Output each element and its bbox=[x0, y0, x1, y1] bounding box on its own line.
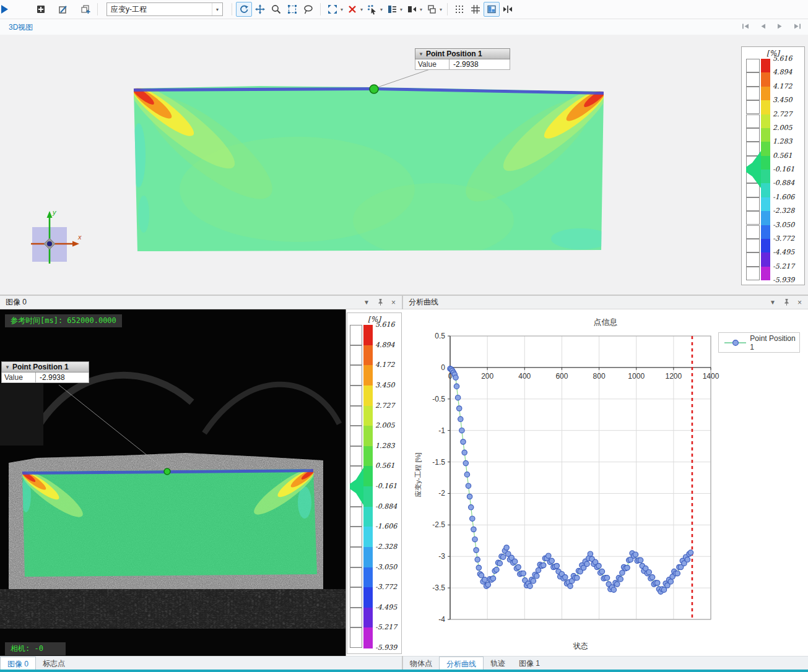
grid-dots-layout-button[interactable] bbox=[451, 2, 467, 17]
data-point[interactable] bbox=[534, 574, 539, 579]
data-point[interactable] bbox=[453, 375, 458, 380]
data-point[interactable] bbox=[588, 551, 593, 556]
delete-caret-icon[interactable]: ▾ bbox=[360, 7, 363, 12]
lasso-select-button[interactable] bbox=[300, 2, 316, 17]
fit-view-button[interactable] bbox=[324, 2, 341, 17]
data-point[interactable] bbox=[675, 571, 680, 576]
tab-3d-view[interactable]: 3D视图 bbox=[4, 21, 38, 34]
tab-image-0[interactable]: 图像 0 bbox=[0, 657, 36, 670]
data-point[interactable] bbox=[688, 550, 693, 555]
data-point[interactable] bbox=[472, 537, 477, 542]
window-arrange-button[interactable] bbox=[424, 2, 440, 17]
color-scale-image[interactable]: [%] 5.6164.8944.1723.4502.7272.0051.2830… bbox=[347, 312, 402, 654]
data-point[interactable] bbox=[649, 575, 654, 580]
data-point[interactable] bbox=[536, 567, 541, 572]
data-point[interactable] bbox=[618, 577, 623, 582]
data-point[interactable] bbox=[685, 557, 690, 562]
data-point[interactable] bbox=[638, 558, 643, 562]
delete-button[interactable] bbox=[344, 2, 360, 17]
panel-close-icon[interactable]: × bbox=[797, 299, 802, 306]
rotate-view-button[interactable] bbox=[236, 2, 252, 17]
data-point[interactable] bbox=[467, 494, 472, 499]
contrast-view-button[interactable] bbox=[404, 2, 420, 17]
data-point[interactable] bbox=[549, 558, 554, 563]
add-element-button[interactable] bbox=[33, 2, 49, 17]
data-point[interactable] bbox=[461, 439, 466, 444]
data-point[interactable] bbox=[470, 516, 475, 521]
panel-pin-icon[interactable] bbox=[377, 298, 384, 307]
panel-dropdown-icon[interactable]: ▼ bbox=[363, 299, 370, 306]
chart-legend[interactable]: Point Position 1 bbox=[718, 332, 800, 353]
zoom-selection-button[interactable] bbox=[284, 2, 300, 17]
zoom-view-button[interactable] bbox=[268, 2, 284, 17]
color-scale-3d[interactable]: [%] 5.6164.8944.1723.4502.7272.0051.2830… bbox=[741, 46, 805, 285]
pan-view-button[interactable] bbox=[252, 2, 268, 17]
data-point[interactable] bbox=[463, 460, 468, 465]
data-point[interactable] bbox=[668, 579, 673, 584]
data-point[interactable] bbox=[596, 563, 601, 568]
select-points-button[interactable] bbox=[364, 2, 380, 17]
data-point[interactable] bbox=[504, 545, 509, 550]
data-point[interactable] bbox=[546, 553, 551, 558]
data-point[interactable] bbox=[471, 527, 476, 532]
collapse-columns-button[interactable] bbox=[500, 2, 516, 17]
previous-stage-button[interactable] bbox=[758, 22, 767, 30]
tab-analysis-curve[interactable]: 分析曲线 bbox=[439, 657, 484, 670]
copy-element-button[interactable] bbox=[77, 2, 93, 17]
grid-lines-layout-button[interactable] bbox=[467, 2, 484, 17]
data-point[interactable] bbox=[625, 565, 630, 570]
data-point[interactable] bbox=[528, 584, 532, 588]
contrast-view-caret-icon[interactable]: ▾ bbox=[420, 7, 422, 12]
data-point[interactable] bbox=[474, 548, 479, 553]
tab-image-1[interactable]: 图像 1 bbox=[512, 657, 547, 670]
split-layout-button[interactable] bbox=[484, 2, 500, 17]
data-point[interactable] bbox=[457, 406, 462, 411]
data-point[interactable] bbox=[501, 554, 506, 559]
data-point[interactable] bbox=[454, 384, 459, 389]
data-point[interactable] bbox=[615, 582, 620, 587]
panel-dropdown-icon[interactable]: ▼ bbox=[770, 299, 776, 306]
fit-view-caret-icon[interactable]: ▾ bbox=[341, 7, 343, 12]
quantity-select[interactable]: 应变y-工程 ▾ bbox=[106, 2, 223, 16]
panel-pin-icon[interactable] bbox=[783, 298, 790, 307]
data-point[interactable] bbox=[554, 563, 559, 568]
data-point[interactable] bbox=[620, 571, 625, 575]
window-arrange-caret-icon[interactable]: ▾ bbox=[440, 7, 442, 12]
data-point[interactable] bbox=[497, 561, 502, 566]
analysis-chart-area[interactable]: 点信息 应变y-工程 [%] 状态 Point Position 1 0.50-… bbox=[403, 309, 808, 656]
data-point[interactable] bbox=[516, 564, 521, 569]
app-menu-arrow-icon[interactable] bbox=[1, 5, 8, 14]
edit-creation-button[interactable] bbox=[55, 2, 71, 17]
data-point[interactable] bbox=[646, 570, 651, 575]
panel-close-icon[interactable]: × bbox=[391, 299, 396, 306]
data-point[interactable] bbox=[584, 561, 589, 566]
3d-viewport[interactable]: y x bbox=[0, 35, 808, 295]
data-point[interactable] bbox=[599, 569, 604, 574]
point-tooltip-3d[interactable]: ▼Point Position 1 Value-2.9938 bbox=[415, 48, 510, 70]
data-point[interactable] bbox=[464, 472, 469, 477]
data-point[interactable] bbox=[575, 575, 580, 580]
first-stage-button[interactable] bbox=[741, 22, 750, 30]
data-point[interactable] bbox=[633, 552, 638, 557]
point-tooltip-image[interactable]: ▼Point Position 1 Value-2.9938 bbox=[1, 361, 89, 383]
data-point[interactable] bbox=[531, 579, 536, 584]
data-point[interactable] bbox=[462, 450, 467, 455]
tab-object-points[interactable]: 物体点 bbox=[403, 657, 439, 670]
measure-point-marker[interactable] bbox=[370, 85, 378, 93]
data-point[interactable] bbox=[568, 584, 573, 588]
panel-layout-button[interactable] bbox=[384, 2, 400, 17]
tab-trajectory[interactable]: 轨迹 bbox=[484, 657, 512, 670]
select-points-caret-icon[interactable]: ▾ bbox=[380, 7, 383, 12]
data-point[interactable] bbox=[485, 582, 490, 587]
data-point[interactable] bbox=[655, 580, 660, 585]
data-point[interactable] bbox=[459, 428, 464, 433]
data-point[interactable] bbox=[604, 575, 609, 580]
data-point[interactable] bbox=[494, 567, 499, 572]
data-point[interactable] bbox=[475, 557, 480, 562]
data-point[interactable] bbox=[476, 565, 481, 570]
measure-point-marker[interactable] bbox=[164, 468, 170, 475]
data-point[interactable] bbox=[469, 505, 474, 510]
data-point[interactable] bbox=[661, 587, 666, 592]
data-point[interactable] bbox=[466, 483, 471, 488]
last-stage-button[interactable] bbox=[793, 22, 802, 30]
